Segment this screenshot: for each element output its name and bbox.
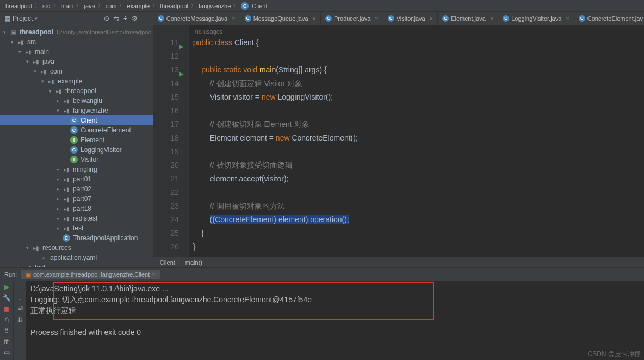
editor-tab[interactable]: CProducer.java× <box>321 12 383 25</box>
editor-tabs[interactable]: CConcreteMessage.java×CMessageQueue.java… <box>153 12 644 25</box>
code-line[interactable]: } <box>193 227 644 240</box>
tree-root[interactable]: ▾▣threadpoolD:\only-java\threadDemo\thre… <box>0 27 153 37</box>
code-line[interactable]: Visitor visitor = new LoggingVisitor(); <box>193 90 644 104</box>
code-line[interactable]: ((ConcreteElement) element).operation(); <box>193 213 644 227</box>
breadcrumb-item[interactable]: src <box>42 3 51 9</box>
run-toolbar-secondary[interactable]: ↑ ↓ ⏎ ⇊ <box>13 281 26 360</box>
tree-item-beiwanglu[interactable]: ▸▸▮beiwanglu <box>0 96 153 106</box>
layout-icon[interactable]: ▭ <box>4 349 10 356</box>
tree-item-part18[interactable]: ▸▸▮part18 <box>0 204 153 213</box>
breadcrumb-item[interactable]: main <box>61 3 74 9</box>
console-output[interactable]: D:\javaSetting\jdk 11.0.17\bin\java.exe … <box>26 281 644 360</box>
run-gutter-icon[interactable]: ▶ <box>179 67 184 81</box>
console-line: Logging: 切入点com.example.threadpool.fangw… <box>30 294 640 305</box>
tree-item-application.yaml[interactable]: ▫application.yaml <box>0 253 153 263</box>
code-line[interactable]: // 被切对象接受切面逻辑 <box>193 158 644 172</box>
gear-icon[interactable]: ⚙ <box>132 15 138 22</box>
console-line <box>30 316 640 327</box>
code-line[interactable]: // 调用被切对象的方法 <box>193 199 644 213</box>
code-line[interactable]: // 创建切面逻辑 Visitor 对象 <box>193 77 644 90</box>
breadcrumb-item[interactable]: threadpool <box>160 3 188 9</box>
tree-item-loggingvisitor[interactable]: CLoggingVisitor <box>0 145 153 155</box>
editor-breadcrumb[interactable]: Client〉main() <box>153 257 644 267</box>
hide-icon[interactable]: — <box>142 15 148 22</box>
close-icon[interactable]: × <box>152 271 155 278</box>
breadcrumb-item[interactable]: java <box>84 3 95 9</box>
close-icon[interactable]: × <box>232 15 235 22</box>
tree-item-client[interactable]: CClient <box>0 115 153 125</box>
wrench-icon[interactable]: 🔧 <box>3 294 11 302</box>
tree-item-fangwenzhe[interactable]: ▾▸▮fangwenzhe <box>0 106 153 115</box>
code-line[interactable]: public static void main(String[] args) { <box>193 63 644 77</box>
code-line[interactable] <box>193 104 644 118</box>
close-icon[interactable]: × <box>430 15 433 22</box>
editor-panel: CConcreteMessage.java×CMessageQueue.java… <box>153 12 644 267</box>
breadcrumb-item[interactable]: example <box>127 3 150 9</box>
trash-icon[interactable]: 🗑 <box>3 338 10 345</box>
run-tab[interactable]: ▣ com.example.threadpool.fangwenzhe.Clie… <box>21 270 159 279</box>
chevron-down-icon[interactable]: ▾ <box>35 16 38 21</box>
tree-item-concreteelement[interactable]: CConcreteElement <box>0 125 153 135</box>
close-icon[interactable]: × <box>490 15 493 22</box>
tree-item-mingling[interactable]: ▸▸▮mingling <box>0 164 153 174</box>
down-icon[interactable]: ↓ <box>18 294 22 302</box>
tree-item-redistest[interactable]: ▸▸▮redistest <box>0 213 153 223</box>
target-icon[interactable]: ⊙ <box>104 15 109 22</box>
scroll-icon[interactable]: ⇊ <box>17 316 23 324</box>
project-tree[interactable]: ▾▣threadpoolD:\only-java\threadDemo\thre… <box>0 25 153 267</box>
breadcrumb-item[interactable]: Client <box>252 3 267 9</box>
tree-item-example[interactable]: ▾▸▮example <box>0 76 153 86</box>
tree-item-main[interactable]: ▾▸▮main <box>0 47 153 57</box>
rerun-icon[interactable]: ▶ <box>4 283 9 291</box>
close-icon[interactable]: × <box>313 15 316 22</box>
stop-icon[interactable]: ◼︎ <box>4 305 9 313</box>
editor-footer-crumb[interactable]: Client <box>160 259 175 266</box>
collapse-icon[interactable]: ÷ <box>123 15 127 22</box>
tree-item-threadpool[interactable]: ▾▸▮threadpool <box>0 86 153 96</box>
expand-icon[interactable]: ⇆ <box>114 15 119 22</box>
run-gutter-icon[interactable]: ▶ <box>179 40 184 53</box>
print-icon[interactable]: ⎙ <box>5 316 9 324</box>
editor-tab[interactable]: CMessageQueue.java× <box>240 12 321 25</box>
softwrap-icon[interactable]: ⏎ <box>17 305 23 313</box>
code-line[interactable]: } <box>193 240 644 254</box>
tree-item-element[interactable]: IElement <box>0 135 153 145</box>
editor-tab[interactable]: CElement.java× <box>438 12 498 25</box>
run-toolbar[interactable]: ▶ 🔧 ◼︎ ⎙ ⇪ 🗑 ▭ <box>0 281 13 360</box>
code-editor[interactable]: ▶1112▶1314151617181920212223242526 no us… <box>153 25 644 257</box>
editor-tab[interactable]: CConcreteMessage.java× <box>153 12 240 25</box>
up-icon[interactable]: ↑ <box>18 283 22 291</box>
tree-item-java[interactable]: ▾▸▮java <box>0 57 153 66</box>
tree-item-part01[interactable]: ▸▸▮part01 <box>0 174 153 184</box>
code-line[interactable]: // 创建被切对象 Element 对象 <box>193 118 644 131</box>
tree-item-part02[interactable]: ▸▸▮part02 <box>0 184 153 194</box>
console-line: Process finished with exit code 0 <box>30 327 640 338</box>
tree-item-src[interactable]: ▾▸▮src <box>0 37 153 47</box>
tree-item-test[interactable]: ▸▸▮test <box>0 223 153 233</box>
editor-tab[interactable]: CVisitor.java× <box>383 12 438 25</box>
tree-item-part07[interactable]: ▸▸▮part07 <box>0 194 153 204</box>
code-line[interactable] <box>193 145 644 158</box>
editor-tab[interactable]: CLoggingVisitor.java× <box>498 12 574 25</box>
breadcrumb-item[interactable]: fangwenzhe <box>199 3 231 9</box>
project-label[interactable]: Project <box>13 15 33 22</box>
tree-item-visitor[interactable]: IVisitor <box>0 155 153 164</box>
tree-item-threadpoolapplication[interactable]: CThreadpoolApplication <box>0 233 153 243</box>
close-icon[interactable]: × <box>566 15 569 22</box>
export-icon[interactable]: ⇪ <box>4 327 9 334</box>
code-line[interactable]: Element element = new ConcreteElement(); <box>193 131 644 145</box>
tree-item-resources[interactable]: ▾▸▮resources <box>0 243 153 253</box>
editor-footer-crumb[interactable]: main() <box>185 259 202 266</box>
code-area[interactable]: no usages public class Client { public s… <box>189 25 644 257</box>
code-line[interactable] <box>193 186 644 199</box>
tree-item-test[interactable]: ▸▸▮test <box>0 263 153 267</box>
code-line[interactable]: element.accept(visitor); <box>193 172 644 186</box>
tree-item-com[interactable]: ▾▸▮com <box>0 66 153 76</box>
breadcrumb-item[interactable]: hreadpool <box>5 3 32 9</box>
code-line[interactable] <box>193 50 644 63</box>
code-line[interactable]: public class Client { <box>193 36 644 50</box>
project-icon: ▦ <box>4 15 10 22</box>
breadcrumb-item[interactable]: com <box>106 3 117 9</box>
editor-tab[interactable]: CConcreteElement.jav× <box>574 12 644 25</box>
close-icon[interactable]: × <box>375 15 378 22</box>
